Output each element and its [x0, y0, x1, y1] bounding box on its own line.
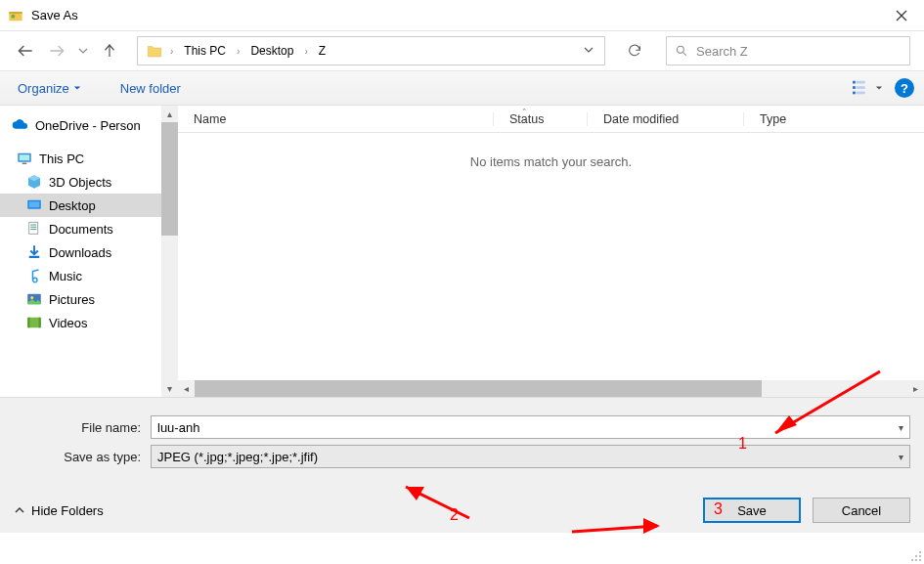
chevron-right-icon: ›: [170, 46, 173, 57]
sidebar-item-3dobjects[interactable]: 3D Objects: [0, 170, 178, 194]
hide-folders-button[interactable]: Hide Folders: [14, 503, 104, 518]
svg-rect-9: [857, 92, 865, 95]
svg-rect-15: [29, 222, 38, 234]
downloads-icon: [25, 243, 43, 261]
recent-dropdown[interactable]: [76, 39, 90, 63]
filename-field-wrap[interactable]: ▾: [151, 415, 910, 439]
svg-point-35: [915, 559, 917, 561]
sidebar-item-label: Pictures: [49, 292, 95, 307]
sidebar-item-downloads[interactable]: Downloads: [0, 240, 178, 264]
resize-grip-icon[interactable]: [910, 550, 922, 562]
col-type[interactable]: Type: [743, 112, 924, 126]
breadcrumb-desktop[interactable]: Desktop: [246, 42, 297, 60]
empty-message: No items match your search.: [178, 133, 924, 169]
onedrive-icon: [12, 116, 29, 134]
help-button[interactable]: ?: [895, 78, 914, 98]
column-headers: Name Status Date modified Type: [178, 106, 924, 133]
forward-button[interactable]: [45, 39, 68, 63]
svg-rect-18: [30, 229, 36, 230]
music-icon: [25, 267, 43, 284]
svg-point-32: [915, 555, 917, 557]
saveastype-label: Save as type:: [14, 450, 151, 464]
sidebar-item-label: This PC: [39, 152, 84, 166]
svg-rect-6: [853, 86, 856, 89]
svg-point-36: [919, 559, 921, 561]
scroll-down-icon[interactable]: ▾: [161, 380, 178, 397]
breadcrumb-z[interactable]: Z: [315, 42, 330, 60]
body: OneDrive - Person This PC 3D Objects Des…: [0, 106, 924, 397]
svg-rect-2: [9, 12, 22, 14]
sidebar-item-label: Downloads: [49, 245, 111, 260]
chevron-down-icon[interactable]: ▾: [888, 452, 903, 462]
sidebar-scrollbar[interactable]: ▴ ▾: [161, 106, 178, 397]
folder-icon: [146, 42, 163, 60]
pictures-icon: [25, 290, 43, 308]
organize-menu[interactable]: Organize: [18, 81, 81, 96]
view-options-button[interactable]: [852, 79, 883, 97]
chevron-down-icon[interactable]: ▾: [888, 422, 903, 433]
svg-rect-11: [20, 154, 30, 160]
filename-input[interactable]: [157, 420, 888, 435]
address-dropdown[interactable]: [577, 44, 600, 58]
svg-rect-23: [27, 318, 29, 328]
close-button[interactable]: [879, 0, 924, 31]
new-folder-button[interactable]: New folder: [120, 81, 181, 96]
svg-rect-17: [30, 227, 36, 228]
sidebar-item-videos[interactable]: Videos: [0, 311, 178, 334]
sidebar-item-documents[interactable]: Documents: [0, 217, 178, 240]
scrollbar-thumb[interactable]: [161, 122, 178, 236]
window-title: Save As: [31, 8, 879, 22]
scrollbar-thumb[interactable]: [195, 380, 762, 397]
col-name[interactable]: Name: [178, 112, 493, 126]
back-button[interactable]: [14, 39, 37, 63]
chevron-right-icon: ›: [237, 46, 240, 57]
breadcrumb: › This PC › Desktop › Z: [142, 42, 577, 60]
search-input[interactable]: [696, 44, 902, 59]
address-bar[interactable]: › This PC › Desktop › Z: [137, 36, 605, 65]
breadcrumb-this-pc[interactable]: This PC: [180, 42, 230, 60]
up-button[interactable]: [98, 39, 121, 63]
col-status[interactable]: Status: [493, 112, 587, 126]
arrow-right-icon: [47, 41, 66, 61]
saveastype-combo[interactable]: JPEG (*.jpg;*.jpeg;*.jpe;*.jfif) ▾: [151, 445, 910, 468]
svg-rect-19: [29, 256, 40, 258]
toolbar: Organize New folder ?: [0, 70, 924, 106]
svg-rect-14: [29, 201, 40, 207]
save-button[interactable]: Save: [703, 498, 801, 523]
sidebar-item-pictures[interactable]: Pictures: [0, 287, 178, 311]
scroll-left-icon[interactable]: ◂: [178, 380, 195, 397]
scroll-right-icon[interactable]: ▸: [907, 380, 924, 397]
svg-point-31: [919, 551, 921, 553]
svg-rect-16: [30, 225, 36, 226]
horizontal-scrollbar[interactable]: ◂ ▸: [178, 380, 924, 397]
svg-rect-7: [857, 86, 865, 89]
nav-bar: › This PC › Desktop › Z: [0, 31, 924, 70]
sidebar-item-label: OneDrive - Person: [35, 118, 141, 133]
cancel-button[interactable]: Cancel: [813, 498, 910, 523]
arrow-left-icon: [16, 41, 35, 61]
svg-rect-8: [853, 92, 856, 95]
col-date[interactable]: Date modified: [587, 112, 743, 126]
computer-icon: [16, 150, 33, 167]
svg-point-33: [919, 555, 921, 557]
title-bar: Save As: [0, 0, 924, 31]
organize-label: Organize: [18, 81, 69, 96]
refresh-button[interactable]: [617, 36, 652, 65]
svg-point-1: [11, 14, 15, 18]
sidebar-item-desktop[interactable]: Desktop: [0, 194, 178, 217]
sidebar: OneDrive - Person This PC 3D Objects Des…: [0, 106, 178, 397]
sort-indicator-icon: ˄: [522, 108, 527, 117]
chevron-right-icon: ›: [304, 46, 307, 57]
chevron-down-icon: [584, 45, 594, 55]
caret-down-icon: [73, 84, 81, 92]
svg-point-3: [677, 46, 683, 53]
sidebar-item-thispc[interactable]: This PC: [0, 147, 178, 170]
scroll-up-icon[interactable]: ▴: [161, 106, 178, 122]
search-box[interactable]: [666, 36, 910, 65]
sidebar-item-music[interactable]: Music: [0, 264, 178, 287]
sidebar-item-label: 3D Objects: [49, 175, 111, 190]
sidebar-item-onedrive[interactable]: OneDrive - Person: [0, 113, 178, 137]
form-area: File name: ▾ Save as type: JPEG (*.jpg;*…: [0, 397, 924, 486]
svg-rect-12: [22, 163, 27, 165]
svg-point-21: [30, 296, 33, 299]
